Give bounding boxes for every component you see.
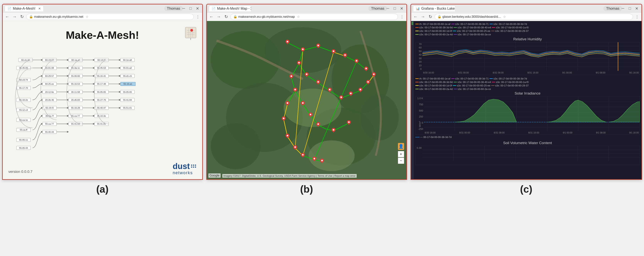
panel-c-wrapper: 📊 Grafana - Bucks Lake ✕ Thomas ─ □ ✕ ← … — [410, 4, 642, 195]
svg-point-189 — [340, 96, 342, 98]
menu-icon-b[interactable]: ⋮ — [399, 14, 405, 20]
svg-point-213 — [283, 118, 284, 119]
solar-x-1: 8/30 16:00 — [425, 132, 436, 134]
address-bar-c[interactable]: 🔒 glaser.berkeley.edu:3000/dashboard/d..… — [434, 14, 633, 20]
tab-label-c: Grafana - Bucks Lake — [421, 6, 455, 10]
x-label-2: 8/31 00:00 — [458, 72, 469, 74]
solar-legend-label: --- 00-17-0d-00-00-38-3d-7d — [420, 136, 452, 138]
back-btn-a[interactable]: ← — [4, 14, 10, 20]
menu-icon-c[interactable]: ⋮ — [634, 14, 640, 20]
dust-logo: dust n — [173, 162, 196, 175]
zoom-in-btn[interactable]: + — [398, 151, 404, 157]
map-svg — [207, 21, 406, 179]
star-icon-b[interactable]: ☆ — [297, 15, 300, 18]
svg-text:55-16-28: 55-16-28 — [71, 107, 80, 109]
panel-label-b: (b) — [300, 183, 313, 195]
svg-text:55-05-44: 55-05-44 — [19, 147, 28, 149]
toolbar-c: ← → ↻ 🔒 glaser.berkeley.edu:3000/dashboa… — [411, 12, 642, 21]
address-bar-b[interactable]: 🔒 makeamesh.eu-gb.mybluemix.net/map ☆ — [230, 14, 398, 20]
back-btn-c[interactable]: ← — [412, 14, 419, 20]
legend-solar-rh: rh: 00-17-0d-00-00-60-1e-af — [415, 77, 450, 80]
tab-b[interactable]: 📄 Make-A-Mesh! Map - 3l... ✕ — [209, 6, 251, 12]
svg-text:55-16-a1: 55-16-a1 — [123, 83, 132, 85]
forward-btn-c[interactable]: → — [420, 14, 426, 20]
user-badge-b[interactable]: Thomas — [368, 6, 387, 11]
legend-solar-label-s4: s3x: 00-17-0d-00-00-38-40-e4 — [458, 81, 491, 84]
tab-close-a[interactable]: ✕ — [38, 7, 41, 10]
legend-solar-s10: s3x: 00-17-0d-00-00-60-2a-ce — [454, 88, 491, 90]
svg-text:20-2b-46: 20-2b-46 — [45, 99, 54, 101]
legend-label-s6: s3x: 00-17-0d-00-00-60-1d-0f — [419, 30, 452, 32]
svg-point-207 — [294, 89, 296, 90]
soil-chart: 0.30 — [415, 146, 640, 165]
google-watermark: Google — [208, 174, 221, 178]
bookmark-icon-a[interactable]: ⋮ — [195, 14, 201, 20]
legend-solar-label-s1: s3x: 00-17-0d-00-00-38-3d-71 — [455, 77, 489, 80]
svg-text:55-10-2e: 55-10-2e — [19, 99, 28, 101]
version-text: version 0.0.0.7 — [8, 170, 32, 174]
star-icon-a[interactable]: ☆ — [86, 15, 88, 18]
refresh-btn-a[interactable]: ↻ — [19, 14, 25, 20]
mesh-title: Make-A-Mesh! — [66, 29, 139, 41]
solar-x-4: 8/31 16:00 — [528, 132, 539, 134]
svg-point-237 — [317, 123, 319, 125]
svg-text:60-cb-44: 60-cb-44 — [21, 59, 30, 61]
legend-solar-label-s8: s3x: 00-17-0d-00-00-60-29-37 — [495, 84, 528, 87]
chrome-window-a: 📄 Make-A-Mesh! ✕ Thomas ─ □ ✕ ← → ↻ 🔒 m — [2, 4, 203, 180]
zoom-out-btn[interactable]: − — [398, 158, 404, 164]
svg-text:55-27-76: 55-27-76 — [97, 99, 106, 101]
legend-color-s8 — [491, 31, 495, 31]
maximize-btn-c[interactable]: □ — [627, 6, 632, 11]
solar-x-axis: 8/30 16:00 8/31 00:00 8/31 08:00 8/31 16… — [424, 131, 640, 135]
maximize-btn-a[interactable]: □ — [188, 6, 193, 11]
tab-c[interactable]: 📊 Grafana - Bucks Lake ✕ — [413, 6, 456, 12]
svg-text:55-17-70: 55-17-70 — [19, 87, 28, 89]
toolbar-icons-a: ⋮ — [195, 14, 201, 20]
refresh-btn-b[interactable]: ↻ — [223, 14, 229, 20]
svg-point-165 — [333, 50, 334, 52]
toolbar-b: ← → ↻ 🔒 makeamesh.eu-gb.mybluemix.net/ma… — [207, 12, 406, 21]
grafana-content: rh: 00-17-0d-00-00-60-1e-af s3x: 00-17-0… — [411, 21, 642, 179]
legend-item-s8: s3x: 00-17-0d-00-00-60-29-37 — [491, 30, 528, 32]
close-btn-c[interactable]: ✕ — [634, 6, 640, 11]
tab-icon-c: 📊 — [416, 7, 420, 10]
minimize-btn-c[interactable]: ─ — [620, 6, 626, 11]
svg-point-201 — [298, 62, 300, 64]
close-btn-a[interactable]: ✕ — [195, 6, 200, 11]
svg-text:60-c9-74: 60-c9-74 — [19, 79, 28, 81]
legend-solar-s8: s3x: 00-17-0d-00-00-60-29-37 — [491, 84, 528, 87]
star-icon-c[interactable]: ☆ — [503, 15, 506, 18]
close-btn-b[interactable]: ✕ — [399, 6, 404, 11]
svg-point-228 — [321, 160, 323, 161]
svg-point-101 — [191, 164, 192, 166]
user-badge-a[interactable]: Thomas — [164, 6, 183, 11]
legend-label-s2: s3x: 00-17-0d-00-00-38-3d-7d — [494, 22, 527, 26]
svg-text:20-12-6e: 20-12-6e — [45, 91, 54, 93]
solar-x-2: 8/31 00:00 — [459, 132, 470, 134]
legend-color-s1 — [451, 24, 455, 24]
svg-text:35-35-00: 35-35-00 — [19, 67, 28, 69]
minimize-btn-b[interactable]: ─ — [385, 6, 390, 11]
forward-btn-b[interactable]: → — [216, 14, 222, 20]
tab-a[interactable]: 📄 Make-A-Mesh! ✕ — [5, 6, 44, 12]
user-badge-c[interactable]: Thomas — [604, 6, 622, 11]
legend-row-3: s3x: 00-17-0d-00-00-60-1d-0f s3x: 00-17-… — [415, 30, 640, 32]
svg-text:55-ca-ff: 55-ca-ff — [20, 129, 27, 131]
back-btn-b[interactable]: ← — [208, 14, 214, 20]
maximize-btn-b[interactable]: □ — [392, 6, 398, 11]
legend-color-s2 — [490, 24, 493, 24]
svg-point-210 — [286, 102, 288, 104]
svg-point-234 — [310, 114, 311, 115]
address-bar-a[interactable]: 🔒 makeamesh.eu-gb.mybluemix.net ☆ — [26, 14, 194, 20]
refresh-btn-c[interactable]: ↻ — [427, 14, 434, 20]
legend-row-solar-2: s3x: 00-17-0d-00-00-38-3d-9d s3x: 00-17-… — [415, 81, 640, 84]
url-text-b: makeamesh.eu-gb.mybluemix.net/map — [238, 15, 295, 19]
forward-btn-a[interactable]: → — [12, 14, 18, 20]
network-graph: 60-cb-44 35-35-00 60-c9-74 55-17-70 55-1… — [6, 44, 198, 164]
svg-text:20-d5-83: 20-d5-83 — [71, 99, 80, 101]
legend-solar-label-rh: rh: 00-17-0d-00-00-60-1e-af — [419, 77, 450, 80]
minimize-btn-a[interactable]: ─ — [181, 6, 186, 11]
street-view-icon[interactable]: 👤 — [398, 143, 404, 150]
svg-text:55-d1-c5: 55-d1-c5 — [123, 75, 132, 77]
legend-row-solar-3: s3x: 00-17-0d-00-00-60-1d-0f s3x: 00-17-… — [415, 84, 640, 87]
